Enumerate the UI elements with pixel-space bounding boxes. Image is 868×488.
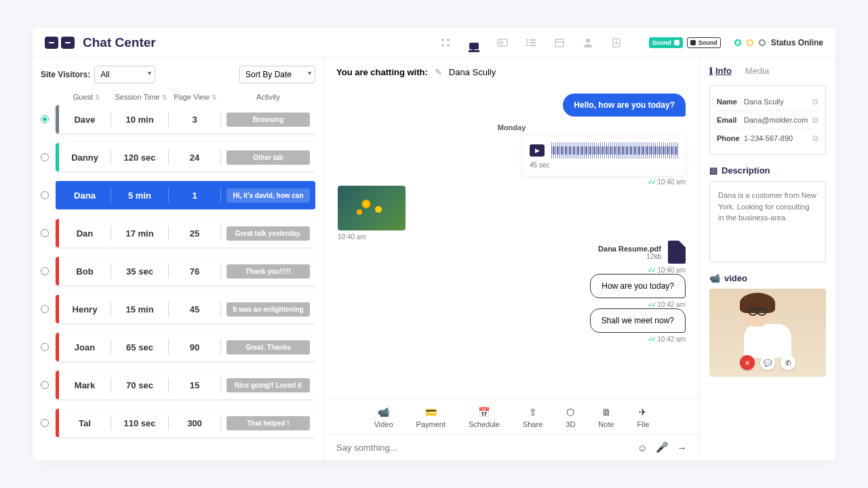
nav-contact-icon[interactable]	[497, 37, 508, 48]
copy-icon[interactable]: ⧉	[812, 134, 818, 143]
visitor-radio[interactable]	[41, 381, 49, 389]
nav-user-icon[interactable]	[583, 37, 593, 48]
tool-3d[interactable]: ⬡3D	[566, 407, 575, 428]
day-separator: Monday	[338, 123, 686, 131]
svg-point-3	[447, 44, 450, 47]
sound-on-toggle[interactable]: Sound	[649, 37, 683, 48]
visitor-row[interactable]: Danny120 sec24Other tab	[41, 143, 315, 171]
svg-rect-12	[530, 45, 536, 46]
share-icon: ⇪	[529, 407, 537, 418]
copy-icon[interactable]: ⧉	[812, 97, 818, 106]
visitor-row[interactable]: Tal110 sec300That helped !	[41, 409, 315, 437]
tab-media[interactable]: Media	[745, 66, 769, 76]
tool-share[interactable]: ⇪Share	[523, 407, 542, 428]
audio-waveform[interactable]	[551, 142, 679, 159]
status-indicator[interactable]	[734, 39, 766, 46]
chat-message: Shall we meet now? ✓✓ 10:42 am	[590, 308, 686, 343]
visitor-row[interactable]: Dan17 min25Great talk yesterday.	[41, 219, 315, 247]
visitors-filter[interactable]: All	[94, 66, 155, 83]
send-arrow-icon[interactable]: →	[677, 442, 687, 453]
status-label: Status Online	[771, 38, 823, 47]
sound-off-toggle[interactable]: Sound	[687, 37, 721, 48]
svg-rect-9	[526, 42, 528, 43]
app-logo	[45, 37, 75, 49]
nav-grid-icon[interactable]	[440, 37, 451, 48]
visitors-list: Dave10 min3BrowsingDanny120 sec24Other t…	[41, 105, 315, 460]
nav-list-icon[interactable]	[526, 37, 536, 48]
visitors-header: Guest ⇅ Session Time ⇅ Page View ⇅ Activ…	[41, 90, 315, 105]
visitor-radio[interactable]	[41, 115, 49, 123]
chat-file-message: Dana Resume.pdf 12kb ✓✓ 10:40 am	[598, 241, 686, 274]
video-call-button[interactable]: ✆	[781, 355, 795, 370]
tool-note[interactable]: 🗎Note	[598, 407, 614, 428]
svg-rect-4	[469, 43, 479, 49]
video-end-button[interactable]: ✕	[740, 355, 755, 370]
edit-icon[interactable]: ✎	[435, 67, 442, 77]
visitor-radio[interactable]	[41, 343, 49, 351]
file-icon[interactable]	[668, 241, 686, 264]
description-icon: ▤	[709, 165, 717, 176]
app-title: Chat Center	[83, 35, 156, 50]
nav-download-icon[interactable]	[611, 37, 622, 48]
tool-file[interactable]: ✈File	[637, 407, 650, 428]
cube-icon: ⬡	[566, 407, 574, 418]
payment-icon: 💳	[425, 407, 437, 418]
chat-panel: You are chatting with: ✎ Dana Scully Hel…	[324, 58, 700, 460]
read-checks-icon: ✓✓	[648, 336, 654, 343]
visitor-radio[interactable]	[41, 267, 49, 275]
chat-message: Hello, how are you today?	[563, 94, 686, 117]
status-dot-online[interactable]	[734, 39, 741, 46]
visitor-row[interactable]: Mark70 sec15Nice going!! Loved it	[41, 371, 315, 399]
status-dot-away[interactable]	[747, 39, 753, 46]
read-checks-icon: ✓✓	[648, 266, 654, 274]
tab-info[interactable]: ℹInfo	[709, 66, 732, 76]
visitor-radio[interactable]	[41, 153, 49, 161]
svg-point-0	[441, 39, 444, 41]
visitor-radio[interactable]	[41, 191, 49, 199]
nav-calendar-icon[interactable]	[554, 37, 565, 48]
message-input[interactable]	[336, 443, 629, 453]
svg-point-2	[441, 44, 444, 47]
description-text[interactable]: Dana is a customer from New York. Lookin…	[709, 181, 826, 262]
visitor-row[interactable]: Bob35 sec76Thank you!!!!!	[41, 257, 315, 285]
chat-audio-message: ▶ 45 sec ✓✓ 10:40 am	[523, 136, 686, 186]
chat-contact-name: Dana Scully	[449, 67, 496, 77]
sort-select[interactable]: Sort By Date	[239, 66, 315, 83]
tool-schedule[interactable]: 📅Schedule	[469, 407, 500, 428]
svg-rect-10	[530, 42, 536, 43]
read-checks-icon: ✓✓	[648, 178, 654, 186]
send-icon: ✈	[639, 407, 647, 418]
nav-chat-icon[interactable]	[469, 41, 479, 52]
chat-message: How are you today? ✓✓ 10:42 am	[590, 274, 686, 308]
image-thumbnail[interactable]	[338, 186, 406, 230]
video-icon: 📹	[378, 407, 389, 418]
emoji-icon[interactable]: ☺	[637, 442, 648, 453]
copy-icon[interactable]: ⧉	[812, 115, 818, 125]
chat-header: You are chatting with: ✎ Dana Scully	[324, 58, 699, 87]
visitors-sidebar: Site Visitors: All Sort By Date Guest ⇅ …	[33, 58, 324, 460]
visitor-radio[interactable]	[41, 229, 49, 237]
visitor-row[interactable]: Henry15 min45It was an enlightening	[41, 295, 315, 323]
visitor-row[interactable]: Dana5 min1Hi, it's david, how can	[41, 181, 315, 209]
video-chat-button[interactable]: 💬	[760, 355, 775, 370]
tool-payment[interactable]: 💳Payment	[416, 407, 446, 428]
calendar-icon: 📅	[478, 407, 490, 418]
chat-input-row: ☺ 🎤 →	[324, 434, 699, 460]
visitor-row[interactable]: Joan65 sec90Great. Thanks	[41, 333, 315, 361]
svg-rect-11	[526, 45, 528, 46]
svg-rect-13	[555, 39, 564, 47]
svg-point-1	[447, 39, 450, 41]
visitor-radio[interactable]	[41, 305, 49, 313]
tool-video[interactable]: 📹Video	[374, 407, 393, 428]
svg-point-6	[500, 41, 502, 44]
play-button[interactable]: ▶	[530, 144, 545, 157]
visitor-radio[interactable]	[41, 419, 49, 427]
info-panel: ℹInfo Media NameDana Scully⧉ EmailDana@m…	[700, 58, 835, 460]
status-dot-offline[interactable]	[759, 39, 766, 46]
visitor-row[interactable]: Dave10 min3Browsing	[41, 105, 315, 134]
mic-icon[interactable]: 🎤	[656, 441, 669, 453]
topbar: Chat Center Sound	[33, 28, 835, 58]
chat-image-message: 10:40 am	[338, 186, 406, 241]
contact-info-card: NameDana Scully⧉ EmailDana@molder.com⧉ P…	[709, 85, 826, 155]
note-icon: 🗎	[601, 407, 611, 418]
